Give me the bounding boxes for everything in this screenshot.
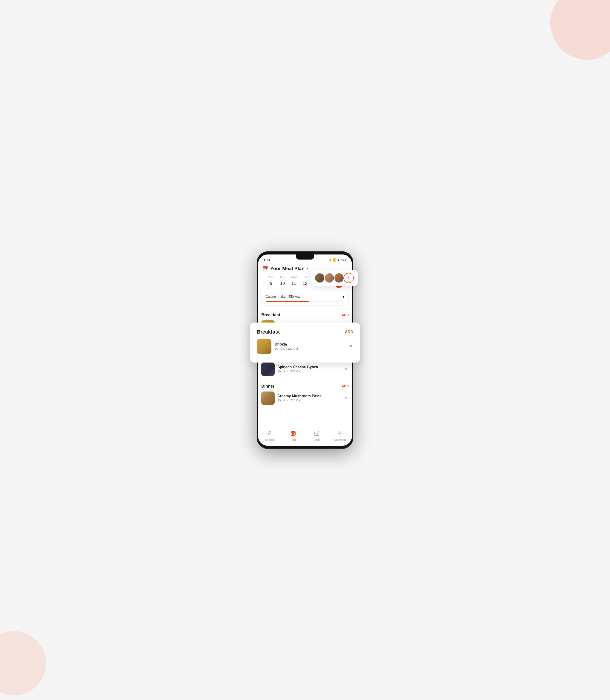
page-title: Your Meal Plan (270, 266, 305, 271)
recipes-label: Recipes (265, 438, 274, 441)
plan-icon (290, 431, 296, 437)
dhokla-remove-float[interactable]: ✕ (349, 343, 353, 349)
dinner-header: Dinner ADD (261, 384, 349, 389)
calendar-header-icon: 📅 (263, 266, 269, 271)
dinner-title: Dinner (261, 384, 274, 389)
dhokla-info-float: Dhokla 20 mins | 120 Cal (275, 342, 345, 350)
day-tue[interactable]: TUE 10 (278, 276, 287, 288)
bg-circle-bottom-left (0, 631, 46, 695)
calorie-progress-fill (266, 301, 309, 302)
gyoza-remove-button[interactable]: ✕ (344, 366, 349, 372)
breakfast-float-add-button[interactable]: ADD (345, 330, 353, 334)
calorie-progress-bar (266, 301, 344, 302)
snack-item-gyoza: Spinach Cheese Gyoza 30 mins | 200 Cal ✕ (261, 363, 349, 376)
dhokla-thumbnail-float (257, 339, 271, 354)
svg-point-0 (269, 432, 271, 433)
breakfast-float-header: Breakfast ADD (257, 329, 353, 335)
add-collaborator-button[interactable]: + (344, 273, 354, 283)
recipes-icon (267, 431, 273, 437)
prev-week-button[interactable]: ‹ (260, 279, 266, 284)
shop-label: Shop (314, 438, 320, 441)
gyoza-image (261, 363, 275, 376)
battery-text: 55% (341, 259, 347, 262)
bottom-nav: Recipes Plan (258, 428, 352, 446)
breakfast-add-button[interactable]: ADD (342, 313, 349, 317)
dinner-add-button[interactable]: ADD (342, 384, 349, 388)
status-icons: 🔔̸ 📶 ▲ 55% (328, 259, 347, 262)
calorie-header: Calorie Intake - 550 kcal ▾ (266, 295, 344, 299)
breakfast-title: Breakfast (261, 313, 280, 317)
wifi-icon: 📶 (333, 259, 336, 262)
bg-circle-top-right (550, 0, 610, 60)
phone-wrapper: + Breakfast ADD Dhokla 20 mins | 120 Cal… (257, 251, 353, 449)
pasta-image (261, 391, 275, 405)
gyoza-meta: 30 mins | 200 Cal (277, 370, 341, 373)
dinner-item-pasta: Creamy Mushroom Pasta 20 mins | 230 Cal … (261, 391, 349, 405)
breakfast-float-card: Breakfast ADD Dhokla 20 mins | 120 Cal ✕ (250, 322, 360, 363)
meal-section-dinner: Dinner ADD Creamy Mushroom Pasta 20 mins… (261, 380, 349, 409)
breakfast-float-title: Breakfast (257, 329, 280, 335)
nav-item-appliances[interactable]: Appliances (328, 431, 352, 441)
calorie-bar[interactable]: Calorie Intake - 550 kcal ▾ (261, 291, 349, 305)
dhokla-name-float: Dhokla (275, 342, 345, 347)
notch (296, 254, 314, 260)
avatar-1[interactable] (315, 273, 325, 283)
pasta-name: Creamy Mushroom Pasta (277, 394, 341, 398)
day-thu[interactable]: THU 12 (301, 276, 309, 288)
day-wed[interactable]: WED 11 (290, 276, 298, 288)
nav-item-recipes[interactable]: Recipes (258, 431, 282, 441)
shop-icon (314, 431, 320, 437)
breakfast-float-item: Dhokla 20 mins | 120 Cal ✕ (257, 339, 353, 354)
nav-item-shop[interactable]: Shop (305, 431, 328, 441)
status-time: 1:32 (263, 258, 271, 262)
pasta-remove-button[interactable]: ✕ (344, 395, 349, 401)
gyoza-info: Spinach Cheese Gyoza 30 mins | 200 Cal (277, 365, 341, 373)
plan-label: Plan (291, 438, 296, 441)
dhokla-meta-float: 20 mins | 120 Cal (275, 347, 345, 350)
pasta-meta: 20 mins | 230 Cal (277, 399, 341, 402)
header-title-row[interactable]: 📅 Your Meal Plan ▾ (263, 266, 308, 271)
svg-point-8 (339, 433, 341, 434)
avatar-2[interactable] (324, 273, 334, 283)
appliances-icon (337, 431, 343, 437)
appliances-label: Appliances (334, 438, 347, 441)
nav-item-plan[interactable]: Plan (282, 431, 305, 441)
calorie-label: Calorie Intake - 550 kcal (266, 295, 300, 298)
pasta-info: Creamy Mushroom Pasta 20 mins | 230 Cal (277, 394, 341, 402)
pasta-thumbnail (261, 391, 275, 405)
gyoza-name: Spinach Cheese Gyoza (277, 365, 341, 369)
breakfast-header: Breakfast ADD (261, 313, 349, 317)
mute-icon: 🔔̸ (328, 259, 332, 262)
gyoza-thumbnail (261, 363, 275, 376)
day-mon[interactable]: MON 9 (267, 276, 275, 288)
calorie-chevron-icon: ▾ (342, 295, 344, 299)
avatars-card: + (310, 270, 358, 286)
signal-icon: ▲ (337, 259, 340, 262)
header-chevron-icon: ▾ (306, 267, 308, 270)
avatar-3[interactable] (334, 273, 344, 283)
dhokla-image-float (257, 339, 271, 354)
